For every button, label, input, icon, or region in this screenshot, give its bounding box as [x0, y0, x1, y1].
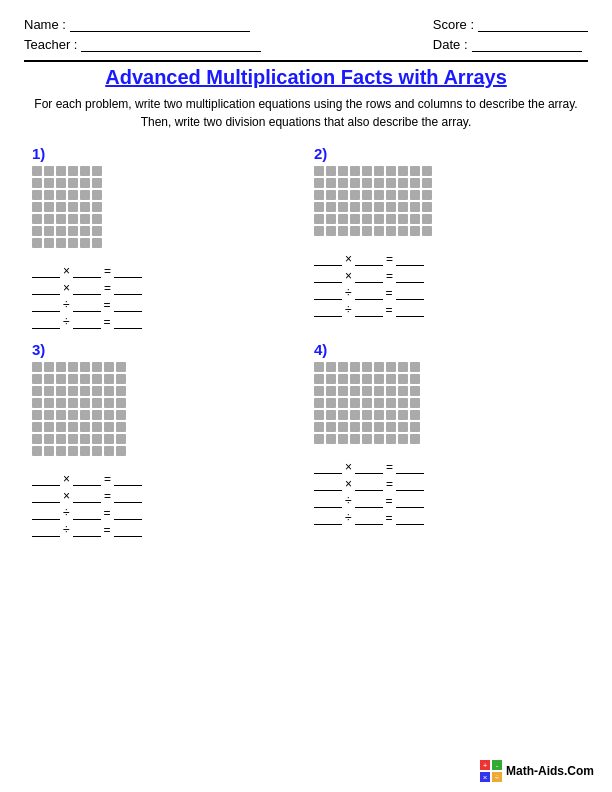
dot: [32, 398, 42, 408]
eq-blank-2[interactable]: [73, 264, 101, 278]
eq-blank-1[interactable]: [32, 315, 60, 329]
eq-blank-2[interactable]: [355, 252, 383, 266]
eq-equals: =: [386, 286, 393, 300]
problem-number-4: 4): [314, 341, 580, 358]
dot: [386, 166, 396, 176]
eq-blank-2[interactable]: [73, 506, 101, 520]
dot: [362, 202, 372, 212]
eq-blank-2[interactable]: [73, 489, 101, 503]
eq-blank-2[interactable]: [355, 286, 383, 300]
dot: [116, 422, 126, 432]
eq-row-2-1: ×=: [314, 252, 580, 266]
eq-blank-3[interactable]: [396, 511, 424, 525]
dot: [374, 202, 384, 212]
eq-blank-3[interactable]: [114, 264, 142, 278]
eq-blank-1[interactable]: [32, 264, 60, 278]
eq-blank-1[interactable]: [314, 494, 342, 508]
eq-blank-3[interactable]: [396, 286, 424, 300]
eq-blank-3[interactable]: [114, 489, 142, 503]
eq-blank-2[interactable]: [73, 298, 101, 312]
dot: [44, 422, 54, 432]
dot: [422, 166, 432, 176]
eq-blank-1[interactable]: [32, 506, 60, 520]
dot: [422, 226, 432, 236]
eq-blank-1[interactable]: [314, 252, 342, 266]
eq-blank-1[interactable]: [32, 472, 60, 486]
dot: [80, 422, 90, 432]
eq-blank-3[interactable]: [396, 303, 424, 317]
eq-blank-2[interactable]: [73, 315, 101, 329]
dot: [68, 434, 78, 444]
dot: [410, 410, 420, 420]
eq-blank-1[interactable]: [314, 303, 342, 317]
eq-blank-1[interactable]: [314, 286, 342, 300]
eq-blank-2[interactable]: [355, 511, 383, 525]
dot: [338, 434, 348, 444]
dot: [314, 410, 324, 420]
eq-blank-1[interactable]: [314, 460, 342, 474]
dot: [338, 374, 348, 384]
eq-blank-3[interactable]: [114, 506, 142, 520]
dot: [374, 166, 384, 176]
dot: [410, 422, 420, 432]
name-input[interactable]: [70, 16, 250, 32]
eq-blank-2[interactable]: [355, 460, 383, 474]
eq-blank-2[interactable]: [73, 523, 101, 537]
dot: [338, 410, 348, 420]
dot: [350, 422, 360, 432]
dot: [338, 190, 348, 200]
eq-operator: ×: [345, 269, 352, 283]
eq-blank-3[interactable]: [396, 269, 424, 283]
dot: [92, 422, 102, 432]
dot: [338, 362, 348, 372]
eq-row-4-4: ÷=: [314, 511, 580, 525]
eq-blank-1[interactable]: [32, 489, 60, 503]
eq-blank-2[interactable]: [355, 477, 383, 491]
eq-blank-3[interactable]: [396, 252, 424, 266]
dot: [374, 398, 384, 408]
svg-text:×: ×: [483, 773, 488, 782]
dot: [56, 202, 66, 212]
date-input[interactable]: [472, 36, 582, 52]
dot: [338, 178, 348, 188]
eq-blank-2[interactable]: [73, 472, 101, 486]
teacher-input[interactable]: [81, 36, 261, 52]
score-input[interactable]: [478, 16, 588, 32]
dot: [32, 178, 42, 188]
eq-blank-2[interactable]: [355, 303, 383, 317]
eq-blank-1[interactable]: [314, 511, 342, 525]
dot: [68, 238, 78, 248]
dot: [374, 374, 384, 384]
dot: [410, 398, 420, 408]
eq-blank-1[interactable]: [32, 281, 60, 295]
eq-blank-2[interactable]: [355, 494, 383, 508]
dot: [104, 422, 114, 432]
eq-blank-3[interactable]: [114, 315, 142, 329]
eq-blank-2[interactable]: [73, 281, 101, 295]
eq-blank-3[interactable]: [114, 298, 142, 312]
eq-blank-3[interactable]: [396, 494, 424, 508]
name-label: Name :: [24, 17, 66, 32]
dot: [44, 434, 54, 444]
eq-row-3-3: ÷=: [32, 506, 298, 520]
eq-blank-2[interactable]: [355, 269, 383, 283]
eq-blank-1[interactable]: [32, 298, 60, 312]
dot: [32, 214, 42, 224]
dot: [326, 214, 336, 224]
eq-blank-3[interactable]: [396, 460, 424, 474]
dot: [386, 178, 396, 188]
dot: [104, 398, 114, 408]
dot: [44, 238, 54, 248]
eq-blank-3[interactable]: [114, 281, 142, 295]
eq-blank-1[interactable]: [314, 477, 342, 491]
eq-blank-3[interactable]: [114, 523, 142, 537]
eq-blank-1[interactable]: [32, 523, 60, 537]
eq-blank-3[interactable]: [396, 477, 424, 491]
eq-blank-3[interactable]: [114, 472, 142, 486]
equations-2: ×=×=÷=÷=: [314, 252, 580, 317]
dot: [410, 374, 420, 384]
eq-row-3-2: ×=: [32, 489, 298, 503]
eq-blank-1[interactable]: [314, 269, 342, 283]
eq-row-3-1: ×=: [32, 472, 298, 486]
dot: [32, 226, 42, 236]
